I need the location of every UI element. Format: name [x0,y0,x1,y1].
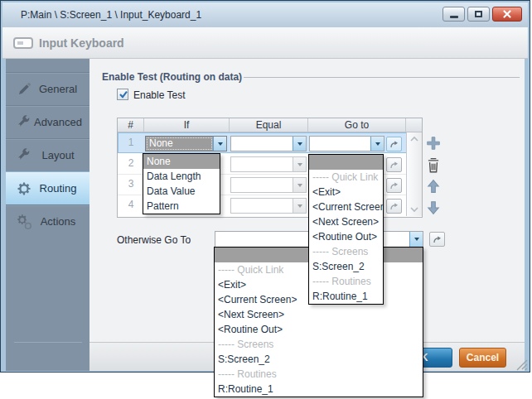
dropdown-arrow-button[interactable] [293,178,306,192]
jump-arrow-icon [389,180,399,191]
sidebar-item-label: Actions [32,215,84,228]
otherwise-goto-link-button[interactable] [429,232,445,247]
cancel-button-label: Cancel [467,352,499,363]
dropdown-arrow-button[interactable] [293,157,306,171]
checkmark-icon [118,89,129,100]
dropdown-item[interactable]: <Routine Out> [215,322,423,337]
sidebar-item-layout[interactable]: Layout [6,138,90,171]
page-title: Input Keyboard [39,36,124,50]
title-bar[interactable]: P:Main \ S:Screen_1 \ Input_Keyboard_1 [2,2,528,27]
enable-test-checkbox[interactable] [117,89,128,100]
keyboard-icon [13,37,33,49]
sidebar-item-label: Layout [32,149,84,161]
dropdown-arrow-button[interactable] [293,199,306,213]
chevron-down-icon [297,142,302,146]
dropdown-item[interactable]: R:Routine_1 [309,289,383,304]
equal-combobox-row1[interactable] [230,136,307,151]
move-down-icon [426,200,441,216]
dropdown-item[interactable]: None [143,154,220,169]
table-scrollbar[interactable] [406,132,422,216]
sidebar-item-routing[interactable]: Routing [6,171,90,204]
dropdown-arrow-button[interactable] [370,137,384,151]
close-button[interactable] [492,7,522,22]
dropdown-arrow-button[interactable] [213,137,226,151]
window-title: P:Main \ S:Screen_1 \ Input_Keyboard_1 [21,9,201,21]
sidebar-divider [14,342,82,343]
maximize-icon [475,11,482,17]
resize-grip[interactable] [515,358,529,371]
enable-test-label: Enable Test [133,89,186,101]
if-dropdown-list: None Data Length Data Value Pattern [143,153,220,214]
dropdown-item[interactable]: <Next Screen> [215,307,423,322]
dropdown-arrow-button[interactable] [293,137,306,151]
move-down-button[interactable] [424,199,443,217]
dropdown-item[interactable]: <Routine Out> [309,229,383,244]
scroll-down-icon[interactable] [409,205,420,214]
goto-combobox-value [310,137,370,151]
sidebar-item-label: Routing [32,182,84,195]
sidebar: General Advanced Layout Routing [6,59,90,371]
dropdown-item[interactable]: Pattern [143,199,220,214]
delete-row-icon [426,157,441,174]
equal-combobox-row3[interactable] [230,177,307,193]
sidebar-item-advanced[interactable]: Advanced [6,105,90,138]
wrench-icon [16,147,32,164]
wrench-icon [16,114,32,131]
chevron-down-icon [414,238,419,241]
equal-combobox-row4[interactable] [230,198,307,214]
dropdown-item[interactable]: S:Screen_2 [215,352,423,367]
dropdown-arrow-button[interactable] [409,232,423,247]
maximize-button[interactable] [467,7,490,22]
gear-icon [16,180,32,197]
scroll-up-icon[interactable] [409,135,420,143]
chevron-down-icon [297,163,302,166]
delete-row-button[interactable] [424,156,443,175]
dropdown-category: ----- Routines [309,274,383,289]
column-header-equal: Equal [230,118,308,132]
row-number: 1 [118,132,144,153]
chevron-down-icon [297,204,302,208]
if-combobox-value: None [146,137,213,151]
goto-link-button-row1[interactable] [386,137,402,151]
dropdown-item[interactable]: S:Screen_2 [309,259,383,274]
row-number: 2 [118,153,144,174]
group-rule [244,77,520,78]
goto-dropdown-list: ----- Quick Link <Exit> <Current Screen>… [308,154,384,305]
column-header-goto: Go to [308,118,406,132]
group-title: Enable Test (Routing on data) [102,71,242,83]
equal-combobox-row2[interactable] [230,156,307,172]
dropdown-item[interactable]: <Exit> [309,185,383,200]
add-row-button[interactable] [424,134,443,152]
sidebar-item-label: Advanced [32,116,84,128]
column-header-blank [406,118,422,132]
sidebar-item-general[interactable]: General [6,72,90,105]
jump-arrow-icon [389,160,399,171]
dropdown-category: ----- Screens [215,337,423,352]
table-header: # If Equal Go to [118,118,422,132]
chevron-down-icon [297,184,302,187]
goto-link-button-row4[interactable] [386,199,402,214]
cancel-button[interactable]: Cancel [459,348,506,368]
sidebar-item-actions[interactable]: Actions [6,204,90,238]
column-header-if: If [144,118,230,132]
dropdown-item-blank[interactable] [309,155,383,170]
dropdown-item[interactable]: <Next Screen> [309,214,383,229]
move-up-button[interactable] [424,177,443,195]
dropdown-item[interactable]: Data Length [143,169,220,184]
goto-link-button-row2[interactable] [386,157,402,172]
minimize-button[interactable] [443,7,465,22]
goto-combobox-row1[interactable] [309,136,384,151]
dropdown-item[interactable]: R:Routine_1 [215,382,423,397]
goto-link-button-row3[interactable] [386,178,402,193]
app-header: Input Keyboard A [2,27,528,59]
minimize-icon [450,16,458,18]
dropdown-item[interactable]: Data Value [143,184,220,199]
dropdown-item[interactable]: <Current Screen> [309,200,383,214]
gears-icon [16,214,32,230]
sidebar-item-label: General [32,83,84,95]
row-number: 3 [118,174,144,195]
jump-arrow-icon [389,139,399,150]
dropdown-category: ----- Quick Link [309,170,383,185]
if-combobox-row1[interactable]: None [145,136,227,151]
chevron-down-icon [218,142,223,146]
